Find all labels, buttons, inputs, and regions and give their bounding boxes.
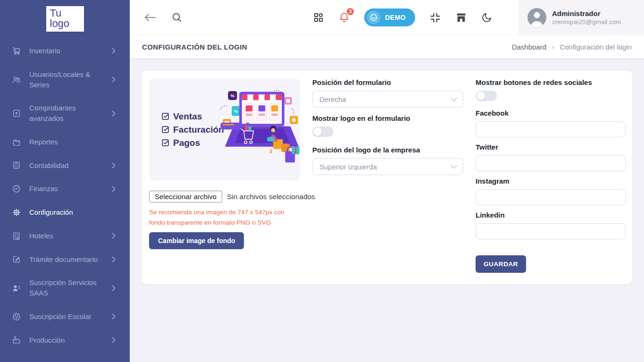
form-position-label: Posición del formulario xyxy=(312,78,463,86)
top-header: 3 DEMO xyxy=(130,0,644,35)
logo-position-select[interactable]: Superior izquierda xyxy=(312,158,463,175)
twitter-input[interactable] xyxy=(476,155,626,171)
header-right: 3 DEMO xyxy=(313,0,644,35)
logo-position-value: Superior izquierda xyxy=(319,163,451,171)
page-title: CONFIGURACIÓN DEL LOGIN xyxy=(142,43,247,51)
sidebar-item-label: Suscripción Escolar xyxy=(29,311,104,322)
feature-check-list: Ventas Facturación Pagos xyxy=(149,111,224,148)
search-icon[interactable] xyxy=(171,12,183,23)
image-size-warning: Se recomienda una imagen de 747 x 547px … xyxy=(149,207,300,227)
sidebar-item-comprobantes-avanzados[interactable]: Comprobantes avanzados xyxy=(0,96,130,130)
chevron-down-icon xyxy=(451,165,457,169)
layout-options-column: Posición del formulario Derecha Mostrar … xyxy=(312,78,463,273)
sidebar-item-label: Configuración xyxy=(29,207,104,218)
select-file-button[interactable]: Seleccionar archivo xyxy=(149,191,222,202)
moon-icon[interactable] xyxy=(481,12,493,23)
chevron-right-icon xyxy=(112,186,117,192)
vouchers-icon xyxy=(12,109,21,118)
chevron-right-icon xyxy=(112,110,117,117)
breadcrumb-dashboard[interactable]: Dashboard xyxy=(512,43,546,51)
demo-label: DEMO xyxy=(385,14,406,21)
sidebar-item-tr-mite-documentario[interactable]: Trámite documentario xyxy=(0,248,130,271)
checkbox-icon xyxy=(161,139,169,147)
sidebar-item-finanzas[interactable]: Finanzas xyxy=(0,177,130,201)
logo-position-label: Posición del logo de la empresa xyxy=(312,146,463,154)
user-info: Administrador zrenrique20@gmail.com xyxy=(552,9,621,25)
chevron-right-icon xyxy=(112,337,117,343)
social-buttons-label: Mostrar botones de redes sociales xyxy=(476,78,626,86)
accounting-icon xyxy=(12,160,21,170)
svg-text:%: % xyxy=(230,93,234,98)
sidebar-item-usuarios-locales-series[interactable]: Usuarios/Locales & Series xyxy=(0,63,130,97)
ecommerce-illustration: % % xyxy=(217,83,300,177)
sidebar-item-label: Suscripción Servicios SAAS xyxy=(29,278,104,298)
user-avatar-icon xyxy=(527,8,546,27)
app-root: Tu logo InventarioUsuarios/Locales & Ser… xyxy=(0,0,644,362)
linkedin-input[interactable] xyxy=(476,223,626,239)
breadcrumb: Dashboard › Configuración del login xyxy=(512,43,632,51)
apps-grid-icon[interactable] xyxy=(313,12,324,23)
user-menu[interactable]: Administrador zrenrique20@gmail.com xyxy=(519,0,644,35)
chevron-right-icon xyxy=(112,313,117,320)
users-icon xyxy=(12,75,21,84)
sidebar-item-configuraci-n[interactable]: Configuración xyxy=(0,201,130,224)
sidebar-item-suscripci-n-servicios-saas[interactable]: Suscripción Servicios SAAS xyxy=(0,271,130,305)
instagram-input[interactable] xyxy=(476,189,626,205)
twitter-label: Twitter xyxy=(476,143,626,151)
feature-label: Pagos xyxy=(173,138,200,148)
user-list-icon xyxy=(12,283,21,293)
chevron-right-icon xyxy=(112,233,117,239)
finance-icon xyxy=(12,184,21,194)
company-logo[interactable]: Tu logo xyxy=(46,6,84,32)
facebook-input[interactable] xyxy=(476,121,626,137)
file-upload-row: Seleccionar archivo Sin archivos selecci… xyxy=(149,191,300,202)
logo-line1: Tu xyxy=(50,8,80,18)
feature-label: Facturación xyxy=(173,125,224,135)
instagram-label: Instagram xyxy=(476,177,626,185)
sidebar-item-contabilidad[interactable]: Contabilidad xyxy=(0,154,130,177)
show-logo-toggle[interactable] xyxy=(312,126,334,137)
facebook-label: Facebook xyxy=(476,109,626,117)
feature-label: Ventas xyxy=(173,111,202,122)
back-arrow-icon[interactable] xyxy=(144,12,156,23)
main-area: 3 DEMO xyxy=(130,0,644,362)
sidebar-item-label: Usuarios/Locales & Series xyxy=(29,69,104,90)
sidebar-item-label: Comprobantes avanzados xyxy=(29,103,104,124)
sidebar-item-label: Inventario xyxy=(29,46,104,56)
hotel-icon xyxy=(12,231,21,241)
svg-text:%: % xyxy=(234,109,238,114)
title-bar: CONFIGURACIÓN DEL LOGIN Dashboard › Conf… xyxy=(130,35,644,58)
checkbox-icon xyxy=(161,112,169,120)
form-position-select[interactable]: Derecha xyxy=(312,91,463,108)
sidebar-item-producci-n[interactable]: Producción xyxy=(0,328,130,352)
sidebar-item-reportes[interactable]: Reportes xyxy=(0,130,130,154)
chevron-right-icon xyxy=(112,256,117,262)
social-column: Mostrar botones de redes sociales Facebo… xyxy=(476,78,626,273)
save-button[interactable]: GUARDAR xyxy=(476,255,526,273)
notification-badge: 3 xyxy=(346,7,355,16)
notifications: 3 xyxy=(338,11,350,24)
logo-line2: logo xyxy=(50,18,80,29)
sidebar-item-hoteles[interactable]: Hoteles xyxy=(0,224,130,248)
social-buttons-toggle[interactable] xyxy=(476,91,497,101)
linkedin-label: Linkedin xyxy=(476,211,626,219)
chevron-right-icon xyxy=(112,48,117,54)
login-config-card: Ventas Facturación Pagos xyxy=(142,71,632,284)
user-email: zrenrique20@gmail.com xyxy=(552,18,621,25)
feature-item: Facturación xyxy=(161,125,224,135)
sidebar-item-label: Reportes xyxy=(29,137,104,147)
chevron-right-icon: › xyxy=(552,43,554,51)
change-background-button[interactable]: Cambiar image de fondo xyxy=(149,232,244,249)
form-position-value: Derecha xyxy=(319,95,451,103)
store-icon[interactable] xyxy=(455,12,467,24)
demo-button[interactable]: DEMO xyxy=(364,8,415,26)
gear-icon xyxy=(12,208,21,217)
chevron-down-icon xyxy=(451,97,457,101)
sidebar-item-label: Hoteles xyxy=(29,231,104,241)
sidebar-item-suscripci-n-escolar[interactable]: Suscripción Escolar xyxy=(0,305,130,328)
background-image-column: Ventas Facturación Pagos xyxy=(149,78,300,273)
file-status-text: Sin archivos seleccionados xyxy=(227,193,315,201)
sidebar-item-inventario[interactable]: Inventario xyxy=(0,39,130,63)
smiley-icon xyxy=(367,11,380,24)
compress-icon[interactable] xyxy=(429,12,441,24)
